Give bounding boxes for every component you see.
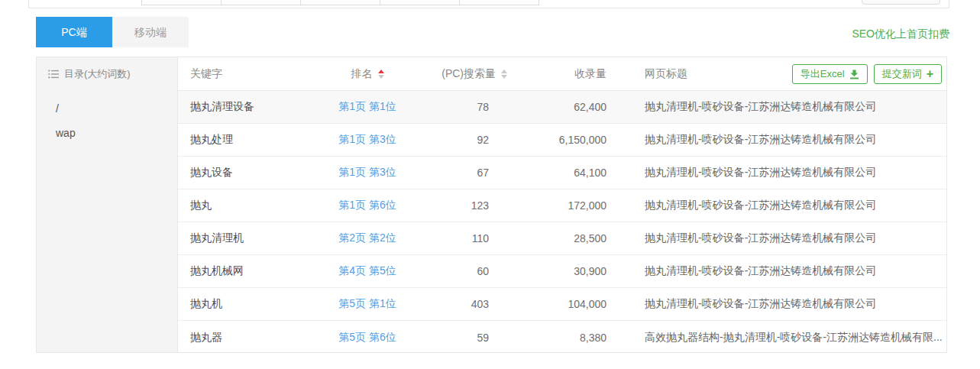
directory-sidebar: 目录(大约词数) / wap bbox=[37, 57, 178, 352]
search-volume-cell: 60 bbox=[413, 265, 509, 277]
indexed-cell: 104,000 bbox=[509, 298, 613, 310]
keyword-cell: 抛丸设备 bbox=[178, 166, 322, 180]
rank-cell: 第2页 第2位 bbox=[322, 231, 413, 245]
rank-cell: 第1页 第1位 bbox=[322, 100, 413, 114]
keyword-cell: 抛丸器 bbox=[178, 331, 322, 345]
rank-link[interactable]: 第1页 第6位 bbox=[338, 199, 396, 212]
seo-rank-page: PC端 移动端 SEO优化上首页扣费 目录(大约词数) / wap bbox=[0, 0, 980, 369]
page-title-cell: 抛丸清理机-喷砂设备-江苏洲达铸造机械有限公司 bbox=[613, 231, 946, 245]
search-volume-cell: 67 bbox=[413, 167, 509, 179]
rank-link[interactable]: 第5页 第6位 bbox=[338, 331, 396, 345]
rank-cell: 第5页 第1位 bbox=[322, 297, 413, 311]
table-body: 抛丸清理设备 第1页 第1位 78 62,400 抛丸清理机-喷砂设备-江苏洲达… bbox=[178, 91, 946, 354]
indexed-cell: 64,100 bbox=[509, 167, 613, 179]
table-row: 抛丸清理机 第2页 第2位 110 28,500 抛丸清理机-喷砂设备-江苏洲达… bbox=[178, 222, 946, 255]
search-volume-cell: 123 bbox=[413, 199, 509, 212]
search-volume-cell: 78 bbox=[413, 101, 509, 113]
plus-icon: + bbox=[927, 68, 933, 80]
search-volume-cell: 403 bbox=[413, 298, 509, 310]
table-row: 抛丸清理设备 第1页 第1位 78 62,400 抛丸清理机-喷砂设备-江苏洲达… bbox=[178, 91, 946, 124]
rank-cell: 第1页 第3位 bbox=[322, 166, 413, 180]
col-header-rank[interactable]: 排名 bbox=[322, 67, 413, 81]
keyword-table: 关键字 排名 (PC)搜索量 收录量 网页标题 bbox=[178, 57, 946, 352]
tab-mobile[interactable]: 移动端 bbox=[112, 17, 189, 47]
rank-link[interactable]: 第1页 第3位 bbox=[338, 133, 396, 147]
col-header-search-volume[interactable]: (PC)搜索量 bbox=[413, 67, 509, 81]
table-row: 抛丸设备 第1页 第3位 67 64,100 抛丸清理机-喷砂设备-江苏洲达铸造… bbox=[178, 157, 946, 189]
keyword-cell: 抛丸处理 bbox=[178, 133, 322, 147]
page-title-cell: 抛丸清理机-喷砂设备-江苏洲达铸造机械有限公司 bbox=[613, 199, 946, 212]
rank-cell: 第4页 第5位 bbox=[322, 264, 413, 278]
rank-link[interactable]: 第4页 第5位 bbox=[338, 264, 396, 278]
table-row: 抛丸机械网 第4页 第5位 60 30,900 抛丸清理机-喷砂设备-江苏洲达铸… bbox=[178, 255, 946, 288]
rank-cell: 第1页 第6位 bbox=[322, 199, 413, 212]
table-header-row: 关键字 排名 (PC)搜索量 收录量 网页标题 bbox=[178, 57, 946, 91]
col-header-keyword: 关键字 bbox=[178, 67, 322, 81]
page-title-cell: 高效抛丸器结构-抛丸清理机-喷砂设备-江苏洲达铸造机械有限... bbox=[613, 331, 946, 345]
indexed-cell: 6,150,000 bbox=[509, 134, 613, 146]
main-panel: 目录(大约词数) / wap 关键字 排名 bbox=[36, 57, 947, 353]
cutoff-button bbox=[862, 0, 940, 5]
tab-pc[interactable]: PC端 bbox=[36, 17, 112, 47]
rank-cell: 第5页 第6位 bbox=[322, 331, 413, 345]
rank-link[interactable]: 第1页 第1位 bbox=[338, 100, 396, 114]
table-row: 抛丸处理 第1页 第3位 92 6,150,000 抛丸清理机-喷砂设备-江苏洲… bbox=[178, 124, 946, 157]
sort-asc-icon bbox=[501, 70, 507, 73]
table-row: 抛丸器 第5页 第6位 59 8,380 高效抛丸器结构-抛丸清理机-喷砂设备-… bbox=[178, 321, 946, 354]
keyword-cell: 抛丸机 bbox=[178, 297, 322, 311]
sort-desc-icon bbox=[501, 75, 507, 79]
table-row: 抛丸 第1页 第6位 123 172,000 抛丸清理机-喷砂设备-江苏洲达铸造… bbox=[178, 189, 946, 222]
indexed-cell: 172,000 bbox=[509, 199, 613, 212]
sidebar-directory-item[interactable]: wap bbox=[56, 121, 177, 145]
cutoff-input-cells bbox=[142, 0, 539, 5]
table-actions: 导出Excel 提交新词 + bbox=[792, 64, 942, 84]
cutoff-top-panel bbox=[28, 0, 949, 8]
page-title-cell: 抛丸清理机-喷砂设备-江苏洲达铸造机械有限公司 bbox=[613, 133, 946, 147]
sidebar-header: 目录(大约词数) bbox=[37, 57, 177, 91]
device-tabs: PC端 移动端 bbox=[36, 17, 189, 47]
table-row: 抛丸机 第5页 第1位 403 104,000 抛丸清理机-喷砂设备-江苏洲达铸… bbox=[178, 288, 946, 321]
indexed-cell: 28,500 bbox=[509, 232, 613, 244]
keyword-cell: 抛丸 bbox=[178, 199, 322, 212]
indexed-cell: 8,380 bbox=[509, 332, 613, 344]
keyword-cell: 抛丸清理设备 bbox=[178, 100, 322, 114]
sidebar-items: / wap bbox=[37, 91, 177, 145]
keyword-cell: 抛丸清理机 bbox=[178, 231, 322, 245]
col-header-indexed: 收录量 bbox=[509, 67, 613, 81]
sort-desc-icon bbox=[378, 75, 384, 79]
indexed-cell: 30,900 bbox=[509, 265, 613, 277]
sidebar-title: 目录(大约词数) bbox=[64, 67, 131, 81]
search-volume-cell: 110 bbox=[413, 232, 509, 244]
page-title-cell: 抛丸清理机-喷砂设备-江苏洲达铸造机械有限公司 bbox=[613, 264, 946, 278]
sidebar-directory-item[interactable]: / bbox=[56, 96, 177, 121]
page-title-cell: 抛丸清理机-喷砂设备-江苏洲达铸造机械有限公司 bbox=[613, 297, 946, 311]
download-icon bbox=[849, 70, 859, 79]
export-excel-button[interactable]: 导出Excel bbox=[792, 64, 868, 84]
rank-link[interactable]: 第2页 第2位 bbox=[338, 231, 396, 245]
list-icon bbox=[48, 70, 59, 79]
seo-billing-link[interactable]: SEO优化上首页扣费 bbox=[852, 28, 949, 41]
search-volume-cell: 59 bbox=[413, 332, 509, 344]
rank-cell: 第1页 第3位 bbox=[322, 133, 413, 147]
submit-keywords-button[interactable]: 提交新词 + bbox=[874, 64, 942, 84]
search-volume-cell: 92 bbox=[413, 134, 509, 146]
rank-sort-icon[interactable] bbox=[378, 70, 384, 79]
page-title-cell: 抛丸清理机-喷砂设备-江苏洲达铸造机械有限公司 bbox=[613, 166, 946, 180]
page-title-cell: 抛丸清理机-喷砂设备-江苏洲达铸造机械有限公司 bbox=[613, 100, 946, 114]
keyword-cell: 抛丸机械网 bbox=[178, 264, 322, 278]
search-volume-sort-icon[interactable] bbox=[501, 70, 507, 79]
rank-link[interactable]: 第5页 第1位 bbox=[338, 297, 396, 311]
sort-asc-icon bbox=[378, 70, 384, 73]
rank-link[interactable]: 第1页 第3位 bbox=[338, 166, 396, 180]
indexed-cell: 62,400 bbox=[509, 101, 613, 113]
